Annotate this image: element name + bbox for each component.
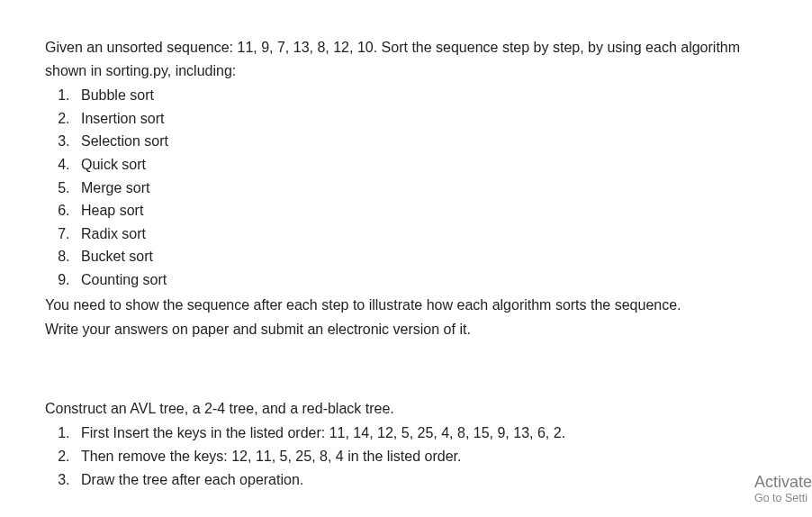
list-item: Then remove the keys: 12, 11, 5, 25, 8, … (74, 445, 767, 468)
q1-outro-1: You need to show the sequence after each… (45, 294, 767, 317)
q1-list: Bubble sort Insertion sort Selection sor… (45, 84, 767, 291)
list-item: Quick sort (74, 153, 767, 177)
q2-list: First Insert the keys in the listed orde… (45, 422, 767, 491)
list-item: Radix sort (74, 222, 767, 246)
list-item: Heap sort (74, 199, 767, 222)
list-item: Counting sort (74, 268, 767, 292)
document-body: Given an unsorted sequence: 11, 9, 7, 13… (0, 0, 812, 511)
list-item: Bubble sort (74, 84, 767, 107)
q1-intro: Given an unsorted sequence: 11, 9, 7, 13… (45, 36, 767, 82)
list-item: Insertion sort (74, 107, 767, 131)
list-item: First Insert the keys in the listed orde… (74, 422, 767, 445)
list-item: Bucket sort (74, 245, 767, 268)
list-item: Merge sort (74, 177, 767, 200)
q2-intro: Construct an AVL tree, a 2-4 tree, and a… (45, 397, 767, 421)
section-gap (45, 343, 767, 397)
list-item: Selection sort (74, 130, 767, 153)
list-item: Draw the tree after each operation. (74, 468, 767, 492)
q1-outro-2: Write your answers on paper and submit a… (45, 318, 767, 341)
